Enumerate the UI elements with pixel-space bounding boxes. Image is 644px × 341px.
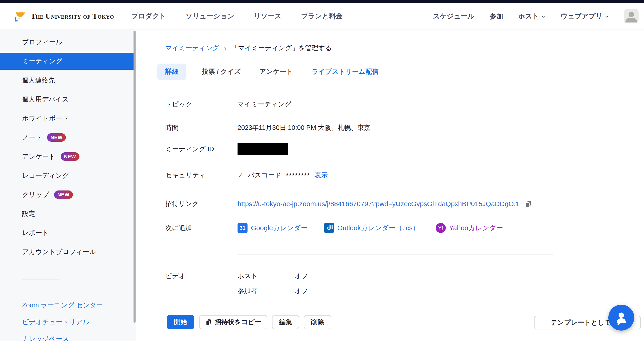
tab-polls-quizzes[interactable]: 投票 / クイズ (199, 64, 244, 80)
security-label: セキュリティ (165, 171, 238, 180)
video-participant-label: 参加者 (238, 286, 294, 296)
host-menu[interactable]: ホスト (518, 12, 546, 21)
check-icon: ✓ (238, 172, 243, 179)
time-row: 時間 2023年11月30日 10:00 PM 大阪、札幌、東京 (165, 123, 370, 132)
video-participant-row: 参加者 オフ (238, 286, 308, 296)
knowledge-base-link[interactable]: ナレッジベース (0, 330, 136, 341)
outlook-calendar-link[interactable]: o Outlookカレンダー（.ics） (324, 223, 420, 233)
new-badge: NEW (61, 152, 80, 161)
schedule-link[interactable]: スケジュール (433, 12, 474, 21)
sidebar-scrollbar[interactable] (134, 31, 136, 323)
start-button[interactable]: 開始 (167, 315, 194, 329)
main-nav: プロダクト ソリューション リソース プランと料金 (131, 12, 343, 21)
sidebar-item-surveys[interactable]: アンケート NEW (0, 148, 136, 165)
video-tutorials-link[interactable]: ビデオチュートリアル (0, 314, 136, 330)
add-to-label: 次に追加 (165, 224, 238, 232)
passcode-masked: ******** (286, 172, 310, 179)
sidebar-divider (22, 279, 60, 280)
video-host-label: ホスト (238, 272, 294, 280)
sidebar-item-devices[interactable]: 個人用デバイス (0, 91, 136, 108)
video-host-row: ホスト オフ (238, 272, 308, 280)
footer-buttons: 開始 招待状をコピー 編集 削除 (167, 315, 331, 329)
sidebar-item-recordings[interactable]: レコーディング (0, 167, 136, 184)
meeting-id-redacted (238, 143, 288, 155)
header-actions: スケジュール 参加 ホスト ウェブアプリ (433, 9, 638, 24)
video-participant-value: オフ (294, 286, 308, 296)
ginkgo-leaf-icon (12, 9, 28, 23)
yahoo-calendar-link[interactable]: Y! Yahooカレンダー (436, 223, 503, 233)
new-badge: NEW (47, 133, 66, 142)
show-passcode-link[interactable]: 表示 (314, 171, 328, 180)
nav-solutions[interactable]: ソリューション (186, 12, 234, 21)
time-label: 時間 (165, 123, 238, 132)
google-calendar-icon: 31 (238, 223, 248, 233)
tab-livestream[interactable]: ライブストリーム配信 (308, 64, 382, 80)
zoom-web-portal: The University of Tokyo プロダクト ソリューション リソ… (0, 0, 644, 341)
chevron-down-icon (604, 14, 609, 19)
video-row: ビデオ ホスト オフ 参加者 オフ (165, 272, 308, 302)
chevron-down-icon (541, 14, 546, 19)
topic-label: トピック (165, 100, 238, 109)
copy-icon (205, 319, 212, 326)
copy-invitation-button[interactable]: 招待状をコピー (199, 315, 267, 329)
sidebar: プロフィール ミーティング 個人連絡先 個人用デバイス ホワイトボード ノート … (0, 30, 136, 341)
top-strip (0, 0, 644, 3)
sidebar-footer-links: Zoom ラーニング センター ビデオチュートリアル ナレッジベース (0, 297, 136, 341)
meeting-id-label: ミーティング ID (165, 144, 238, 154)
invite-link-row: 招待リンク https://u-tokyo-ac-jp.zoom.us/j/88… (165, 199, 532, 208)
invite-label: 招待リンク (165, 199, 238, 208)
delete-button[interactable]: 削除 (304, 315, 331, 329)
nav-plans-pricing[interactable]: プランと料金 (301, 12, 343, 21)
breadcrumb: マイミーティング › 「マイミーティング」を管理する (165, 44, 332, 53)
security-row: セキュリティ ✓ パスコード ******** 表示 (165, 171, 328, 180)
learning-center-link[interactable]: Zoom ラーニング センター (0, 297, 136, 314)
topic-row: トピック マイミーティング (165, 100, 291, 109)
invite-url-link[interactable]: https://u-tokyo-ac-jp.zoom.us/j/88416670… (238, 200, 519, 208)
add-to-row: 次に追加 31 Googleカレンダー o Outlookカレンダー（.ics）… (165, 223, 503, 233)
sidebar-item-whiteboard[interactable]: ホワイトボード (0, 110, 136, 127)
nav-resources[interactable]: リソース (254, 12, 282, 21)
copy-icon[interactable] (525, 200, 532, 208)
edit-button[interactable]: 編集 (272, 315, 299, 329)
sidebar-item-notes[interactable]: ノート NEW (0, 129, 136, 146)
breadcrumb-separator: › (224, 44, 227, 52)
tab-details[interactable]: 詳細 (157, 64, 186, 80)
topic-value: マイミーティング (238, 100, 291, 109)
breadcrumb-my-meetings-link[interactable]: マイミーティング (165, 44, 219, 53)
time-value: 2023年11月30日 10:00 PM 大阪、札幌、東京 (238, 123, 370, 132)
sidebar-item-profile[interactable]: プロフィール (0, 34, 136, 51)
video-host-value: オフ (294, 272, 308, 280)
tab-bar: 詳細 投票 / クイズ アンケート ライブストリーム配信 (157, 64, 382, 80)
join-link[interactable]: 参加 (490, 12, 503, 21)
support-chat-button[interactable] (608, 305, 634, 330)
outlook-calendar-icon: o (324, 223, 334, 233)
new-badge: NEW (54, 190, 73, 199)
google-calendar-link[interactable]: 31 Googleカレンダー (238, 223, 308, 233)
sidebar-item-account-profile[interactable]: アカウントプロフィール (0, 244, 136, 260)
utokyo-logo[interactable]: The University of Tokyo (12, 9, 114, 23)
user-avatar[interactable] (624, 9, 638, 24)
support-person-bubble-icon (612, 309, 630, 326)
nav-products[interactable]: プロダクト (131, 12, 166, 21)
breadcrumb-current: 「マイミーティング」を管理する (232, 44, 332, 53)
meeting-detail-content: マイミーティング › 「マイミーティング」を管理する 詳細 投票 / クイズ ア… (136, 30, 644, 341)
sidebar-item-settings[interactable]: 設定 (0, 205, 136, 222)
meeting-id-row: ミーティング ID (165, 143, 288, 155)
passcode-label: パスコード (248, 171, 281, 180)
person-icon (624, 9, 638, 24)
header: The University of Tokyo プロダクト ソリューション リソ… (0, 3, 644, 30)
yahoo-calendar-icon: Y! (436, 223, 446, 233)
sidebar-item-contacts[interactable]: 個人連絡先 (0, 72, 136, 89)
logo-text: The University of Tokyo (31, 12, 114, 20)
video-label: ビデオ (165, 272, 238, 280)
sidebar-item-reports[interactable]: レポート (0, 224, 136, 241)
sidebar-item-clips[interactable]: クリップ NEW (0, 186, 136, 203)
webapp-menu[interactable]: ウェブアプリ (561, 12, 609, 21)
section-divider (238, 254, 553, 254)
sidebar-item-meetings[interactable]: ミーティング (0, 53, 136, 70)
tab-surveys[interactable]: アンケート (256, 64, 296, 80)
